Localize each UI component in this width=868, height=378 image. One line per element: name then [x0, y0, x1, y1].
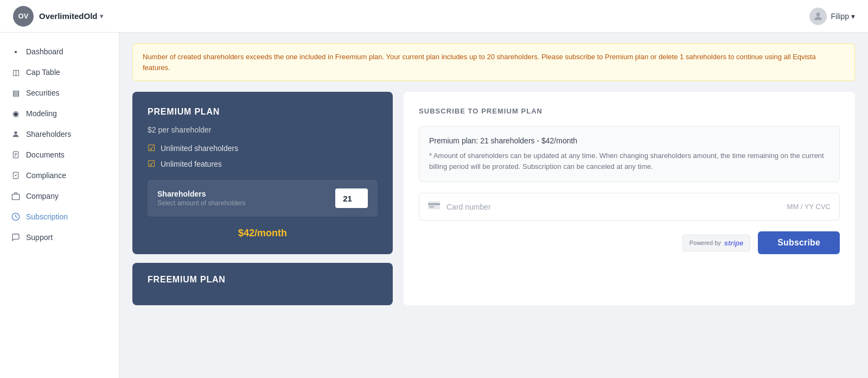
sidebar-item-support[interactable]: Support [0, 227, 119, 248]
freemium-plan-card: FREEMIUM PLAN [132, 263, 393, 305]
check-icon-1: ☑ [148, 143, 155, 153]
org-name[interactable]: OverlimitedOld ▾ [39, 11, 103, 21]
shareholders-labels: Shareholders Select amount of shareholde… [157, 190, 246, 207]
sidebar-item-label: Documents [26, 150, 65, 159]
plan-summary-main: Premium plan: 21 shareholders - $42/mont… [429, 136, 829, 145]
shareholders-input[interactable] [335, 188, 368, 208]
svg-rect-7 [12, 194, 19, 200]
topbar: OV OverlimitedOld ▾ Filipp ▾ [0, 0, 868, 33]
modeling-icon: ◉ [11, 109, 21, 118]
svg-point-1 [14, 131, 17, 134]
shareholders-sublabel: Select amount of shareholders [157, 199, 246, 207]
premium-plan-card: PREMIUM PLAN $2 per shareholder ☑ Unlimi… [132, 92, 393, 254]
card-date-cvc: MM / YY CVC [787, 203, 831, 211]
powered-by-label: Powered by [690, 240, 721, 246]
org-dropdown-chevron: ▾ [100, 12, 103, 20]
shareholders-icon [11, 129, 21, 139]
card-icon [428, 201, 440, 212]
plan-feature-features: ☑ Unlimited features [148, 159, 378, 169]
subscription-icon [11, 212, 21, 222]
subscribe-panel: SUBSCRIBE TO PREMIUM PLAN Premium plan: … [404, 92, 855, 305]
sidebar-item-subscription[interactable]: Subscription [0, 206, 119, 227]
monthly-price: $42/month [148, 228, 378, 239]
sidebar-item-cap-table[interactable]: ◫ Cap Table [0, 62, 119, 83]
user-avatar [809, 8, 827, 25]
check-icon-2: ☑ [148, 159, 155, 169]
card-input-container[interactable]: Card number MM / YY CVC [419, 193, 840, 220]
stripe-logo: stripe [724, 239, 743, 247]
subscribe-panel-title: SUBSCRIBE TO PREMIUM PLAN [419, 107, 840, 115]
compliance-icon [11, 171, 21, 180]
sidebar-item-compliance[interactable]: Compliance [0, 165, 119, 186]
sidebar-item-label: Dashboard [26, 47, 63, 56]
subscribe-actions: Powered by stripe Subscribe [419, 231, 840, 254]
sidebar-item-company[interactable]: Company [0, 186, 119, 206]
sidebar-item-label: Compliance [26, 171, 66, 180]
powered-by-stripe: Powered by stripe [682, 235, 751, 251]
documents-icon [11, 150, 21, 160]
user-dropdown-chevron: ▾ [851, 12, 855, 21]
svg-rect-9 [428, 201, 440, 210]
sidebar-item-dashboard[interactable]: ▪ Dashboard [0, 41, 119, 62]
sidebar-item-label: Modeling [26, 109, 57, 118]
subscribe-button[interactable]: Subscribe [758, 231, 840, 254]
plan-feature-shareholders: ☑ Unlimited shareholders [148, 143, 378, 153]
premium-plan-price-per: $2 per shareholder [148, 125, 378, 134]
svg-rect-11 [429, 206, 434, 207]
plan-cards-column: PREMIUM PLAN $2 per shareholder ☑ Unlimi… [132, 92, 393, 305]
user-name[interactable]: Filipp ▾ [831, 12, 855, 21]
sidebar: ▪ Dashboard ◫ Cap Table ▤ Securities ◉ M… [0, 33, 119, 378]
dashboard-icon: ▪ [11, 47, 21, 56]
sidebar-item-documents[interactable]: Documents [0, 144, 119, 165]
plan-summary-box: Premium plan: 21 shareholders - $42/mont… [419, 126, 840, 182]
alert-banner: Number of created shareholders exceeds t… [132, 43, 855, 81]
sidebar-item-label: Shareholders [26, 130, 71, 138]
sidebar-item-label: Securities [26, 89, 59, 97]
content-area: Number of created shareholders exceeds t… [119, 33, 868, 378]
plans-grid: PREMIUM PLAN $2 per shareholder ☑ Unlimi… [132, 92, 855, 305]
card-number-placeholder[interactable]: Card number [446, 203, 781, 211]
sidebar-item-label: Company [26, 192, 59, 200]
company-icon [11, 191, 21, 201]
org-section[interactable]: OV OverlimitedOld ▾ [13, 6, 103, 27]
sidebar-item-label: Subscription [26, 212, 68, 221]
cap-table-icon: ◫ [11, 67, 21, 77]
shareholders-selector: Shareholders Select amount of shareholde… [148, 180, 378, 217]
premium-plan-title: PREMIUM PLAN [148, 107, 378, 117]
sidebar-item-securities[interactable]: ▤ Securities [0, 83, 119, 103]
plan-summary-note: * Amount of shareholders can be updated … [429, 150, 829, 172]
user-section[interactable]: Filipp ▾ [809, 8, 855, 25]
freemium-plan-title: FREEMIUM PLAN [148, 275, 378, 285]
sidebar-item-shareholders[interactable]: Shareholders [0, 124, 119, 144]
svg-rect-10 [428, 203, 440, 205]
sidebar-item-label: Cap Table [26, 68, 60, 77]
support-icon [11, 232, 21, 242]
svg-point-0 [816, 12, 820, 16]
org-avatar: OV [13, 6, 34, 27]
sidebar-item-modeling[interactable]: ◉ Modeling [0, 103, 119, 124]
main-layout: ▪ Dashboard ◫ Cap Table ▤ Securities ◉ M… [0, 33, 868, 378]
securities-icon: ▤ [11, 88, 21, 98]
sidebar-item-label: Support [26, 233, 53, 242]
shareholders-label: Shareholders [157, 190, 246, 198]
